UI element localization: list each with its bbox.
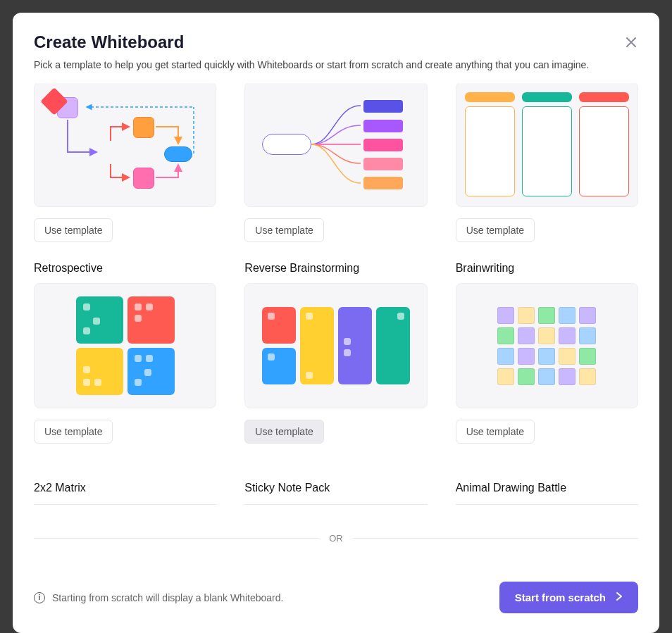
template-preview[interactable] (34, 83, 216, 207)
use-template-button[interactable]: Use template (456, 420, 535, 444)
template-title: Brainwriting (456, 262, 638, 275)
start-from-scratch-label: Start from scratch (515, 591, 606, 603)
footer-info: i Starting from scratch will display a b… (34, 592, 283, 603)
template-card-flow-chart: Flow Chart (34, 83, 216, 242)
use-template-button[interactable]: Use template (244, 420, 323, 444)
template-title: Retrospective (34, 262, 216, 275)
template-preview[interactable] (456, 83, 638, 207)
template-card-2x2-matrix: 2x2 Matrix (34, 482, 216, 513)
divider-or: OR (34, 533, 638, 544)
brainwriting-grid (497, 307, 596, 385)
info-icon: i (34, 592, 45, 603)
chevron-right-icon (616, 591, 623, 603)
template-preview[interactable] (244, 283, 427, 408)
create-whiteboard-modal: Create Whiteboard Pick a template to hel… (13, 13, 659, 633)
use-template-button[interactable]: Use template (244, 218, 323, 242)
use-template-button[interactable]: Use template (456, 218, 535, 242)
template-preview[interactable] (456, 283, 638, 408)
template-title: Animal Drawing Battle (456, 482, 638, 505)
template-card-reverse-brainstorming: Reverse Brainstorming (244, 262, 427, 444)
template-card-retrospective: Retrospective (34, 262, 216, 444)
template-preview[interactable] (244, 83, 427, 207)
use-template-button[interactable]: Use template (34, 218, 113, 242)
template-card-concept-mapping: Concept Mapping (244, 83, 427, 242)
template-title: Reverse Brainstorming (244, 262, 427, 275)
template-card-stand-up: Stand Up Use template (456, 83, 638, 242)
modal-body: Flow Chart (13, 83, 659, 562)
template-card-sticky-note-pack: Sticky Note Pack (244, 482, 427, 513)
template-card-animal-drawing-battle: Animal Drawing Battle (456, 482, 638, 513)
use-template-button[interactable]: Use template (34, 420, 113, 444)
close-icon[interactable] (624, 35, 638, 49)
template-title: Sticky Note Pack (244, 482, 427, 505)
template-title: 2x2 Matrix (34, 482, 216, 505)
modal-subtitle: Pick a template to help you get started … (34, 59, 638, 70)
divider-label: OR (319, 533, 353, 544)
template-grid: Flow Chart (34, 83, 638, 513)
template-preview[interactable] (34, 283, 216, 408)
modal-header: Create Whiteboard Pick a template to hel… (13, 13, 659, 83)
template-card-brainwriting: Brainwriting Use template (456, 262, 638, 444)
footer-info-text: Starting from scratch will display a bla… (52, 592, 283, 603)
modal-footer: i Starting from scratch will display a b… (13, 562, 659, 633)
start-from-scratch-button[interactable]: Start from scratch (499, 582, 638, 613)
modal-title: Create Whiteboard (34, 32, 638, 52)
